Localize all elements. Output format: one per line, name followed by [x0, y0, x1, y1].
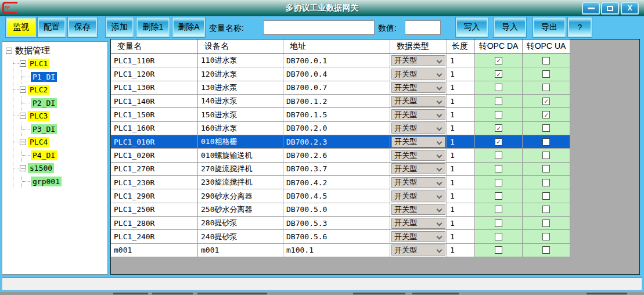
- data-type-dropdown[interactable]: 开关型: [391, 136, 445, 148]
- opc-ua-checkbox[interactable]: [542, 124, 550, 132]
- opc-ua-checkbox[interactable]: ✓: [542, 98, 550, 105]
- opc-da-checkbox[interactable]: ✓: [495, 124, 502, 132]
- tree-root-label[interactable]: 数据管理: [14, 45, 51, 56]
- table-row[interactable]: PLC1_250R250砂水分离器DB700.5.0开关型1: [111, 203, 570, 217]
- deleteA-button[interactable]: 删除A: [172, 17, 205, 37]
- tree-item-PLC4[interactable]: PLC4: [28, 137, 49, 147]
- table-row[interactable]: PLC1_010R010粗格栅DB700.2.3开关型1✓: [111, 135, 570, 149]
- minimize-button[interactable]: [582, 2, 600, 15]
- data-type-dropdown[interactable]: 开关型: [391, 218, 445, 229]
- opc-da-checkbox[interactable]: [495, 179, 502, 186]
- table-row[interactable]: PLC1_290R290砂水分离器DB700.4.5开关型1: [111, 189, 570, 203]
- opc-da-checkbox[interactable]: [495, 220, 502, 227]
- table-body: PLC1_110R110进水泵DB700.0.1开关型1✓PLC1_120R12…: [111, 54, 639, 257]
- opc-ua-checkbox[interactable]: [542, 179, 550, 186]
- opc-da-checkbox[interactable]: [495, 192, 502, 200]
- column-header[interactable]: 变量名: [111, 39, 198, 53]
- table-row[interactable]: PLC1_160R160进水泵DB700.2.0开关型1✓: [111, 122, 570, 135]
- help-button[interactable]: ?: [568, 17, 592, 37]
- tree-collapse-icon[interactable]: [20, 113, 26, 119]
- data-type-dropdown[interactable]: 开关型: [391, 109, 445, 120]
- table-row[interactable]: PLC1_150R150进水泵DB700.1.5开关型1✓: [111, 108, 570, 121]
- column-header[interactable]: 转OPC UA: [523, 39, 570, 53]
- table-row[interactable]: PLC1_140R140进水泵DB700.1.2开关型1✓: [111, 95, 570, 108]
- write-button[interactable]: 写入: [456, 17, 488, 37]
- tree-item-PLC3[interactable]: PLC3: [28, 111, 49, 121]
- opc-ua-checkbox[interactable]: [542, 220, 550, 227]
- opc-ua-checkbox[interactable]: [542, 57, 550, 64]
- column-header[interactable]: 长度: [447, 39, 475, 53]
- monitor-button[interactable]: 监视: [6, 17, 36, 37]
- data-type-dropdown[interactable]: 开关型: [391, 204, 445, 215]
- tree-collapse-icon[interactable]: [6, 48, 12, 54]
- save-button[interactable]: 保存: [68, 17, 97, 37]
- table-row[interactable]: PLC1_270R270旋流搅拌机DB700.3.7开关型1: [111, 163, 570, 176]
- table-row[interactable]: PLC1_020R010螺旋输送机DB700.2.6开关型1: [111, 149, 570, 162]
- opc-ua-checkbox[interactable]: [542, 84, 550, 91]
- tree-collapse-icon[interactable]: [20, 139, 26, 145]
- tree-item-P4_DI[interactable]: P4_DI: [31, 150, 57, 160]
- maximize-button[interactable]: [601, 2, 619, 15]
- tree-item-P2_DI[interactable]: P2_DI: [31, 98, 57, 108]
- tree-collapse-icon[interactable]: [20, 87, 26, 93]
- import-button[interactable]: 导入: [494, 17, 526, 37]
- column-header[interactable]: 数据类型: [390, 39, 447, 53]
- opc-ua-checkbox[interactable]: [542, 206, 550, 213]
- value-input[interactable]: [405, 20, 441, 35]
- delete1-button[interactable]: 删除1: [136, 17, 170, 37]
- opc-da-checkbox[interactable]: [495, 111, 502, 118]
- tree-item-grp001[interactable]: grp001: [31, 177, 62, 186]
- tree-item-P1_DI[interactable]: P1_DI: [31, 72, 57, 82]
- close-button[interactable]: X: [621, 2, 639, 15]
- opc-da-checkbox[interactable]: [495, 206, 502, 213]
- table-row[interactable]: PLC1_280R280提砂泵DB700.5.3开关型1: [111, 217, 570, 230]
- config-button[interactable]: 配置: [38, 17, 66, 37]
- opc-da-checkbox[interactable]: [495, 152, 502, 159]
- opc-ua-checkbox[interactable]: [542, 70, 550, 78]
- column-header[interactable]: 转OPC DA: [475, 39, 523, 53]
- table-row[interactable]: m001m001m100.1开关型1: [111, 244, 570, 257]
- opc-da-checkbox[interactable]: [495, 233, 502, 240]
- table-row[interactable]: PLC1_130R130进水泵DB700.0.7开关型1: [111, 81, 570, 95]
- data-type-dropdown[interactable]: 开关型: [391, 150, 445, 161]
- opc-ua-checkbox[interactable]: [542, 192, 550, 200]
- data-type-dropdown[interactable]: 开关型: [391, 177, 445, 188]
- add-button[interactable]: 添加: [106, 17, 134, 37]
- tree-collapse-icon[interactable]: [20, 60, 26, 67]
- data-type-dropdown[interactable]: 开关型: [391, 163, 445, 174]
- table-row[interactable]: PLC1_110R110进水泵DB700.0.1开关型1✓: [111, 54, 570, 67]
- export-button[interactable]: 导出: [533, 17, 566, 37]
- opc-ua-checkbox[interactable]: [542, 233, 550, 240]
- opc-da-checkbox[interactable]: [495, 165, 502, 172]
- tree-collapse-icon[interactable]: [20, 165, 26, 171]
- opc-ua-checkbox[interactable]: ✓: [542, 111, 550, 118]
- data-type-dropdown[interactable]: 开关型: [391, 123, 445, 134]
- opc-da-checkbox[interactable]: ✓: [495, 70, 502, 78]
- tree-item-s1500[interactable]: s1500: [28, 163, 54, 173]
- data-type-dropdown[interactable]: 开关型: [391, 96, 445, 107]
- tree-item-PLC2[interactable]: PLC2: [28, 85, 49, 95]
- data-type-dropdown[interactable]: 开关型: [391, 231, 445, 242]
- column-header[interactable]: 地址: [283, 39, 390, 53]
- data-type-dropdown[interactable]: 开关型: [391, 190, 445, 202]
- opc-ua-checkbox[interactable]: [542, 246, 550, 254]
- opc-da-checkbox[interactable]: [495, 84, 502, 91]
- column-header[interactable]: 设备名: [198, 39, 283, 53]
- table-row[interactable]: PLC1_230R230旋流搅拌机DB700.4.2开关型1: [111, 176, 570, 189]
- opc-da-checkbox[interactable]: ✓: [495, 138, 502, 146]
- table-row[interactable]: PLC1_120R120进水泵DB700.0.4开关型1✓: [111, 67, 570, 81]
- opc-ua-checkbox[interactable]: [542, 138, 550, 146]
- tree-item-PLC1[interactable]: PLC1: [28, 59, 49, 69]
- opc-ua-checkbox[interactable]: [542, 165, 550, 172]
- opc-da-checkbox[interactable]: [495, 98, 502, 105]
- variable-name-input[interactable]: [263, 20, 375, 35]
- opc-da-checkbox[interactable]: [495, 246, 502, 254]
- table-row[interactable]: PLC1_240R240提砂泵DB700.5.6开关型1: [111, 230, 570, 243]
- data-type-dropdown[interactable]: 开关型: [391, 55, 445, 66]
- data-type-dropdown[interactable]: 开关型: [391, 82, 445, 93]
- opc-ua-checkbox[interactable]: [542, 152, 550, 159]
- tree-item-P3_DI[interactable]: P3_DI: [31, 124, 57, 134]
- data-type-dropdown[interactable]: 开关型: [391, 69, 445, 80]
- data-type-dropdown[interactable]: 开关型: [391, 244, 445, 256]
- opc-da-checkbox[interactable]: ✓: [495, 57, 502, 64]
